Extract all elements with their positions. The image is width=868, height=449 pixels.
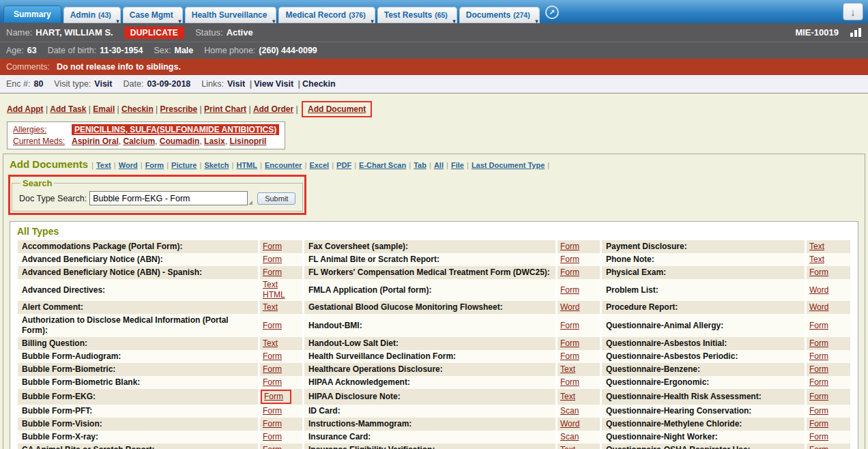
doc-type-link-insurance-eligibility-verification-text[interactable]: Text — [560, 445, 575, 449]
doc-type-search-input[interactable] — [89, 191, 248, 205]
tab-test-results[interactable]: Test Results(65)▾ — [377, 7, 457, 23]
doc-type-link-questionnaire-osha-respirator-use-form[interactable]: Form — [809, 445, 828, 449]
action-link-print-chart[interactable]: Print Chart — [204, 104, 246, 114]
doc-format-link-e-chart-scan[interactable]: E-Chart Scan — [359, 161, 406, 169]
doc-type-link-fl-animal-bite-or-scratch-report-form[interactable]: Form — [560, 255, 579, 264]
resize-handle-icon[interactable] — [248, 201, 252, 205]
doc-type-link-bubble-form-vision-form[interactable]: Form — [263, 419, 282, 429]
action-link-prescribe[interactable]: Prescribe — [160, 104, 198, 114]
enc-link-visit[interactable]: Visit — [227, 79, 245, 89]
doc-type-link-questionnaire-animal-allergy-form[interactable]: Form — [809, 321, 828, 330]
doc-type-link-questionnaire-asbestos-initial-form[interactable]: Form — [809, 338, 828, 348]
doc-type-link-id-card-scan[interactable]: Scan — [560, 406, 579, 416]
tab-medical-record[interactable]: Medical Record(376)▾ — [278, 7, 375, 23]
allergies-link[interactable]: Allergies: — [13, 125, 65, 134]
doc-type-link-fmla-application-portal-form-form[interactable]: Form — [560, 285, 579, 295]
doc-type-link-questionnaire-methylene-chloride-form[interactable]: Form — [809, 419, 828, 429]
doc-type-link-bubble-form-biometric-blank-form[interactable]: Form — [263, 377, 282, 387]
doc-type-link-gestational-blood-glucose-monitoring-flowsheet-word[interactable]: Word — [560, 302, 579, 312]
doc-format-link-form[interactable]: Form — [145, 161, 164, 169]
doc-format-link-word[interactable]: Word — [119, 161, 138, 169]
allergy-value-link[interactable]: PENICILLINS, SULFA(SULFONAMIDE ANTIBIOTI… — [72, 124, 279, 135]
doc-format-link-file[interactable]: File — [451, 161, 464, 169]
doc-type-link-alert-comment-text[interactable]: Text — [263, 302, 278, 312]
submit-button[interactable]: Submit — [257, 192, 295, 205]
doc-type-link-ca-animal-bite-or-scratch-report-form[interactable]: Form — [263, 445, 282, 449]
chevron-down-icon[interactable]: ▾ — [178, 18, 182, 25]
doc-type-link-bubble-form-x-ray-form[interactable]: Form — [263, 432, 282, 441]
doc-type-link-bubble-form-ekg-form[interactable]: Form — [261, 390, 291, 404]
doc-type-link-bubble-form-audiogram-form[interactable]: Form — [263, 351, 282, 361]
current-meds-link[interactable]: Current Meds: — [13, 136, 65, 146]
doc-type-link-questionnaire-ergonomic-form[interactable]: Form — [809, 377, 828, 387]
med-link-coumadin[interactable]: Coumadin — [160, 136, 200, 146]
doc-type-link-fax-coversheet-sample-form[interactable]: Form — [560, 242, 579, 251]
med-link-aspirin-oral[interactable]: Aspirin Oral — [72, 136, 119, 146]
bar-chart-icon[interactable] — [850, 27, 862, 38]
action-link-add-task[interactable]: Add Task — [50, 104, 86, 114]
doc-type-link-phone-note-text[interactable]: Text — [809, 255, 824, 264]
doc-type-link-advanced-beneficiary-notice-abn-spanish-form[interactable]: Form — [263, 267, 282, 277]
doc-type-link-authorization-to-disclose-medical-information-portal-form-form[interactable]: Form — [263, 321, 282, 330]
action-link-add-order[interactable]: Add Order — [253, 104, 293, 114]
chevron-down-icon[interactable]: ▾ — [116, 18, 119, 25]
doc-type-link-billing-question-text[interactable]: Text — [263, 338, 278, 348]
doc-format-link-tab[interactable]: Tab — [414, 161, 426, 169]
doc-type-link-instructions-mammogram-word[interactable]: Word — [560, 419, 579, 429]
doc-type-link-advanced-beneficiary-notice-abn-form[interactable]: Form — [263, 255, 282, 264]
action-link-email[interactable]: Email — [93, 104, 115, 114]
doc-format-link-text[interactable]: Text — [96, 161, 111, 169]
doc-type-link-hipaa-disclosure-note-text[interactable]: Text — [560, 392, 575, 401]
tab-documents[interactable]: Documents(274)▾ — [459, 7, 540, 23]
doc-format-link-excel[interactable]: Excel — [309, 161, 329, 169]
doc-format-link-sketch[interactable]: Sketch — [204, 161, 229, 169]
doc-type-link-physical-exam-form[interactable]: Form — [809, 267, 828, 277]
med-link-calcium[interactable]: Calcium — [123, 136, 155, 146]
doc-type-link-procedure-report-word[interactable]: Word — [809, 302, 828, 312]
doc-format-link-encounter[interactable]: Encounter — [265, 161, 302, 169]
med-link-lasix[interactable]: Lasix — [204, 136, 225, 146]
action-link-checkin[interactable]: Checkin — [121, 104, 154, 114]
doc-type-link-advanced-directives-text[interactable]: Text — [263, 280, 278, 289]
doc-type-link-questionnaire-health-risk-assessment-form[interactable]: Form — [809, 392, 828, 401]
tab-health-surveillance[interactable]: Health Surveillance▾ — [185, 7, 277, 23]
doc-type-link-hipaa-acknowledgement-form[interactable]: Form — [560, 377, 579, 387]
doc-format-link-html[interactable]: HTML — [236, 161, 257, 169]
doc-type-link-questionnaire-asbestos-periodic-form[interactable]: Form — [809, 351, 828, 361]
chevron-down-icon[interactable]: ▾ — [535, 18, 538, 25]
popout-icon[interactable]: ↗ — [545, 5, 559, 19]
duplicate-badge[interactable]: DUPLICATE — [124, 27, 184, 39]
doc-type-link-handout-low-salt-diet-form[interactable]: Form — [560, 338, 579, 348]
doc-type-link-problem-list-word[interactable]: Word — [809, 285, 828, 295]
chevron-down-icon[interactable]: ▾ — [452, 18, 456, 25]
doc-format-link-picture[interactable]: Picture — [171, 161, 197, 169]
action-link-add-appt[interactable]: Add Appt — [7, 104, 44, 114]
chevron-down-icon[interactable]: ▾ — [371, 18, 374, 25]
doc-type-link-fl-workers-compensation-medical-treatment-form-dwc25-form[interactable]: Form — [560, 267, 579, 277]
doc-format-link-all[interactable]: All — [434, 161, 444, 169]
doc-type-link-questionnaire-hearing-conservation-form[interactable]: Form — [809, 406, 828, 416]
chevron-down-icon[interactable]: ▾ — [272, 18, 276, 25]
doc-type-link-accommodations-package-portal-form-form[interactable]: Form — [263, 242, 282, 251]
doc-type-link-healthcare-operations-disclosure-text[interactable]: Text — [560, 364, 575, 374]
doc-format-link-last-document-type[interactable]: Last Document Type — [472, 161, 545, 169]
doc-type-link-health-surveillance-declination-form-form[interactable]: Form — [560, 351, 579, 361]
doc-type-link-payment-disclosure-text[interactable]: Text — [809, 242, 824, 251]
doc-type-link-insurance-card-scan[interactable]: Scan — [560, 432, 579, 441]
doc-type-link-questionnaire-night-worker-form[interactable]: Form — [809, 432, 828, 441]
enc-link-checkin[interactable]: Checkin — [302, 79, 336, 89]
enc-link-view-visit[interactable]: View Visit — [254, 79, 293, 89]
action-link-add-document[interactable]: Add Document — [308, 104, 366, 114]
doc-format-link-pdf[interactable]: PDF — [336, 161, 351, 169]
tab-summary[interactable]: Summary — [3, 5, 61, 23]
doc-type-link-bubble-form-biometric-form[interactable]: Form — [263, 364, 282, 374]
doc-type-link-advanced-directives-html[interactable]: HTML — [263, 290, 285, 300]
tab-case-mgmt[interactable]: Case Mgmt▾ — [123, 7, 183, 23]
doc-type-link-bubble-form-pft-form[interactable]: Form — [263, 406, 282, 416]
doc-type-link-handout-bmi-form[interactable]: Form — [560, 321, 579, 330]
tab-admin[interactable]: Admin(43)▾ — [63, 7, 121, 23]
med-link-lisinopril[interactable]: Lisinopril — [229, 136, 266, 146]
doc-type-link-cell: Word — [807, 279, 850, 301]
doc-type-link-questionnaire-benzene-form[interactable]: Form — [809, 364, 828, 374]
download-button[interactable]: ↓ — [843, 3, 863, 20]
